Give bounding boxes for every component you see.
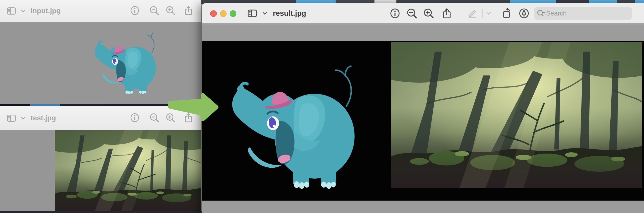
mid-strip-blue bbox=[30, 104, 60, 106]
chevron-down-icon[interactable] bbox=[485, 10, 493, 17]
search-field[interactable] bbox=[534, 7, 632, 20]
search-input[interactable] bbox=[546, 10, 632, 17]
elephant-image-small bbox=[91, 31, 158, 97]
input-titlebar[interactable]: input.jpg bbox=[0, 0, 201, 23]
toolbar-divider bbox=[482, 9, 483, 18]
desktop: input.jpg test.jpg bbox=[0, 0, 644, 213]
result-image bbox=[202, 41, 644, 200]
window-input: input.jpg bbox=[0, 0, 201, 104]
elephant-image-large bbox=[226, 60, 359, 197]
info-icon[interactable] bbox=[130, 113, 140, 123]
share-icon[interactable] bbox=[183, 5, 194, 16]
chevron-down-icon[interactable] bbox=[19, 114, 27, 122]
window-title: input.jpg bbox=[30, 7, 61, 15]
sidebar-toggle-icon[interactable] bbox=[6, 113, 17, 123]
zoom-out-icon[interactable] bbox=[149, 6, 159, 16]
result-titlebar[interactable]: result.jpg bbox=[202, 3, 644, 24]
mid-strip-dark bbox=[0, 104, 30, 106]
window-title: test.jpg bbox=[30, 114, 56, 122]
forest-image-result bbox=[391, 42, 642, 188]
rotate-left-icon[interactable] bbox=[501, 8, 512, 19]
info-icon[interactable] bbox=[130, 6, 140, 16]
test-image-canvas bbox=[0, 130, 201, 211]
info-icon[interactable] bbox=[390, 8, 400, 19]
window-result: result.jpg bbox=[202, 3, 644, 213]
close-button[interactable] bbox=[210, 10, 217, 17]
zoom-window-button[interactable] bbox=[230, 10, 236, 17]
copy-arrow bbox=[164, 90, 222, 124]
result-image-canvas bbox=[202, 23, 644, 213]
zoom-in-icon[interactable] bbox=[166, 6, 176, 16]
markup-pen-icon[interactable] bbox=[518, 8, 530, 19]
share-icon[interactable] bbox=[441, 8, 452, 19]
sidebar-toggle-icon[interactable] bbox=[247, 8, 258, 18]
chevron-down-icon[interactable] bbox=[260, 10, 269, 17]
markup-pencil-icon bbox=[467, 8, 478, 19]
zoom-out-icon[interactable] bbox=[149, 113, 159, 123]
search-icon bbox=[537, 9, 546, 18]
zoom-out-icon[interactable] bbox=[406, 8, 418, 19]
background-window-edge-bottom bbox=[0, 211, 202, 213]
forest-image-test bbox=[55, 130, 201, 211]
window-title: result.jpg bbox=[273, 9, 306, 18]
sidebar-toggle-icon[interactable] bbox=[6, 6, 17, 16]
minimize-button[interactable] bbox=[220, 10, 226, 17]
chevron-down-icon[interactable] bbox=[19, 7, 27, 15]
zoom-in-icon[interactable] bbox=[423, 8, 434, 19]
